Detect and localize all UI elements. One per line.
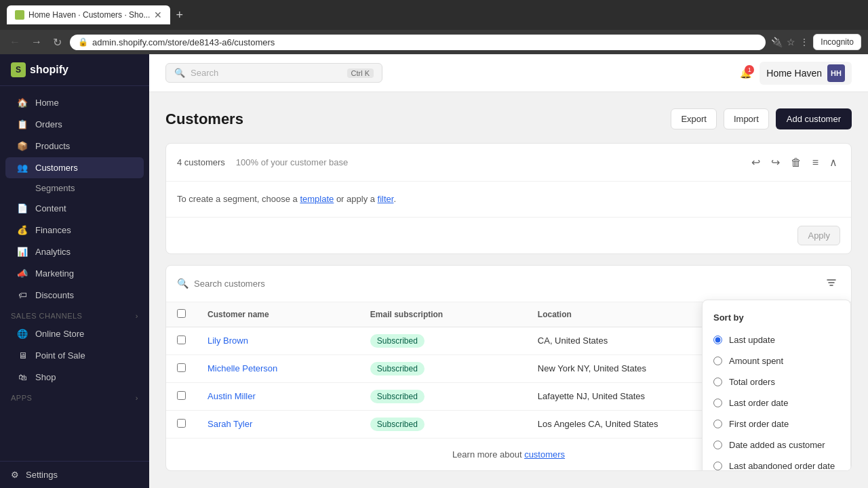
collapse-segment-button[interactable]: ∧ <box>827 153 840 171</box>
sidebar-item-label: Marketing <box>35 268 74 279</box>
sidebar-item-home[interactable]: 🏠 Home <box>5 92 144 113</box>
sidebar-item-label: Shop <box>35 372 56 382</box>
customers-table-card: 🔍 Customer name Email subscription <box>165 265 852 471</box>
sort-option-last-order-date[interactable]: Last order date <box>703 392 850 413</box>
sort-radio-amount-spent[interactable] <box>713 357 722 365</box>
active-tab[interactable]: Home Haven · Customers · Sho... ✕ <box>7 5 170 24</box>
sidebar-item-label: Home <box>35 98 59 108</box>
browser-tabs: Home Haven · Customers · Sho... ✕ + <box>7 5 186 24</box>
settings-item[interactable]: ⚙ Settings <box>11 470 138 480</box>
customer-name-link[interactable]: Lily Brown <box>208 336 248 346</box>
sort-option-last-update[interactable]: Last update <box>703 329 850 350</box>
sidebar-item-label: Content <box>35 203 66 214</box>
select-all-col <box>166 302 197 327</box>
finances-icon: 💰 <box>16 225 28 235</box>
sidebar-item-products[interactable]: 📦 Products <box>5 136 144 157</box>
row-checkbox-cell <box>166 354 197 382</box>
filter-link[interactable]: filter <box>378 194 394 204</box>
delete-segment-button[interactable]: 🗑 <box>788 154 804 171</box>
sort-option-first-order-date[interactable]: First order date <box>703 413 850 434</box>
home-icon: 🏠 <box>16 98 28 108</box>
sidebar-item-content[interactable]: 📄 Content <box>5 198 144 219</box>
bookmark-button[interactable]: ☆ <box>787 37 795 47</box>
app-layout: S shopify 🏠 Home 📋 Orders 📦 Products 👥 C… <box>0 54 868 488</box>
select-all-checkbox[interactable] <box>177 309 186 318</box>
reload-button[interactable]: ↻ <box>50 35 64 50</box>
store-name: Home Haven <box>766 68 822 79</box>
more-button[interactable]: ⋮ <box>800 37 809 47</box>
sort-radio-date-added[interactable] <box>713 441 722 449</box>
notification-button[interactable]: 🔔 1 <box>740 68 751 79</box>
tab-close-button[interactable]: ✕ <box>154 9 162 20</box>
sort-toggle-button[interactable] <box>823 274 840 293</box>
sort-dropdown-title: Sort by <box>703 308 850 329</box>
sort-option-amount-spent[interactable]: Amount spent <box>703 350 850 371</box>
sidebar-item-shop[interactable]: 🛍 Shop <box>5 367 144 388</box>
sidebar-item-online-store[interactable]: 🌐 Online Store <box>5 323 144 344</box>
sort-option-label: Last update <box>729 335 775 345</box>
customer-name-link[interactable]: Michelle Peterson <box>208 363 277 373</box>
customers-icon: 👥 <box>16 163 28 173</box>
learn-more-customers-link[interactable]: customers <box>524 449 565 460</box>
sort-option-last-abandoned[interactable]: Last abandoned order date <box>703 455 850 471</box>
row-checkbox[interactable] <box>177 336 186 344</box>
sort-radio-last-update[interactable] <box>713 336 722 344</box>
undo-button[interactable]: ↩ <box>749 153 763 171</box>
email-status-cell: Subscribed <box>359 354 527 382</box>
lock-icon: 🔒 <box>78 37 88 47</box>
filter-segment-button[interactable]: ≡ <box>810 154 821 171</box>
incognito-button[interactable]: Incognito <box>813 34 861 50</box>
template-link[interactable]: template <box>300 194 334 204</box>
sort-option-total-orders[interactable]: Total orders <box>703 371 850 392</box>
sidebar-item-discounts[interactable]: 🏷 Discounts <box>5 285 144 306</box>
sort-option-date-added[interactable]: Date added as customer <box>703 434 850 455</box>
row-checkbox-cell <box>166 410 197 438</box>
sort-radio-last-abandoned[interactable] <box>713 462 722 470</box>
row-checkbox-cell <box>166 327 197 354</box>
new-tab-button[interactable]: + <box>173 8 186 22</box>
online-store-icon: 🌐 <box>16 329 28 339</box>
search-customers-input[interactable] <box>194 279 817 289</box>
shopify-logo: S shopify <box>11 62 68 77</box>
import-button[interactable]: Import <box>724 108 769 129</box>
sort-icon <box>825 277 837 289</box>
extensions-button[interactable]: 🔌 <box>771 37 783 47</box>
store-selector[interactable]: Home Haven HH <box>760 62 852 85</box>
sidebar-item-point-of-sale[interactable]: 🖥 Point of Sale <box>5 345 144 366</box>
row-checkbox[interactable] <box>177 391 186 400</box>
customer-name-link[interactable]: Austin Miller <box>208 391 256 401</box>
sort-radio-total-orders[interactable] <box>713 378 722 386</box>
apply-button[interactable]: Apply <box>797 226 840 245</box>
back-button[interactable]: ← <box>7 35 23 49</box>
sidebar-header: S shopify <box>0 54 149 86</box>
sort-radio-first-order-date[interactable] <box>713 420 722 428</box>
sidebar-item-label: Online Store <box>35 329 84 339</box>
add-customer-button[interactable]: Add customer <box>776 108 852 129</box>
sidebar-item-marketing[interactable]: 📣 Marketing <box>5 263 144 284</box>
sort-radio-last-order-date[interactable] <box>713 399 722 407</box>
sidebar-item-orders[interactable]: 📋 Orders <box>5 114 144 135</box>
sidebar-item-customers[interactable]: 👥 Customers <box>5 157 144 178</box>
export-button[interactable]: Export <box>671 108 717 129</box>
sidebar-item-finances[interactable]: 💰 Finances <box>5 220 144 241</box>
customer-name-link[interactable]: Sarah Tyler <box>208 419 252 429</box>
row-checkbox[interactable] <box>177 419 186 428</box>
redo-button[interactable]: ↪ <box>768 153 783 171</box>
sidebar-footer: ⚙ Settings <box>0 461 149 488</box>
row-checkbox[interactable] <box>177 363 186 372</box>
sidebar-item-segments[interactable]: Segments <box>5 179 144 197</box>
settings-label: Settings <box>26 470 58 480</box>
shop-icon: 🛍 <box>16 372 28 382</box>
subscribed-badge: Subscribed <box>370 334 425 348</box>
sidebar-nav: 🏠 Home 📋 Orders 📦 Products 👥 Customers S… <box>0 86 149 461</box>
sidebar-item-analytics[interactable]: 📊 Analytics <box>5 241 144 262</box>
search-icon: 🔍 <box>174 68 185 78</box>
search-bar[interactable]: 🔍 Search Ctrl K <box>165 63 382 83</box>
segment-footer: Apply <box>166 217 851 253</box>
search-placeholder: Search <box>191 68 218 78</box>
nav-actions: 🔌 ☆ ⋮ Incognito <box>771 34 861 50</box>
forward-button[interactable]: → <box>28 35 45 49</box>
customer-name-cell: Lily Brown <box>197 327 359 354</box>
address-bar[interactable]: 🔒 admin.shopify.com/store/de8143-a6/cust… <box>70 35 766 50</box>
segments-label: Segments <box>35 183 75 193</box>
